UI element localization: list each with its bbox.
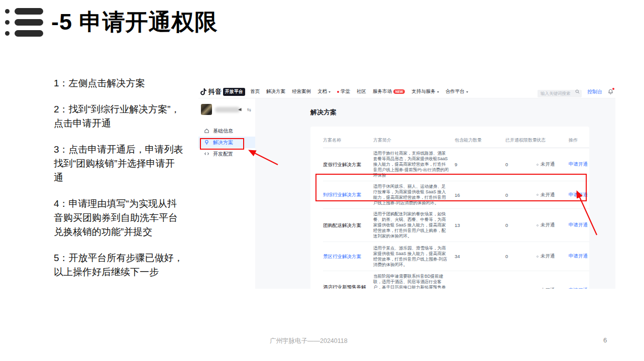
- home-icon: [204, 128, 209, 134]
- opened-count: 0: [505, 192, 536, 198]
- sidebar-menu: 基础信息 解决方案 开发配置: [198, 125, 255, 160]
- step-2: 2：找到“到综行业解决方案”，点击申请开通: [54, 102, 183, 131]
- status-dot-icon: [536, 256, 539, 258]
- logo-text: 抖音: [208, 87, 222, 96]
- code-icon: [204, 151, 209, 157]
- sidebar-item-solutions[interactable]: 解决方案: [198, 137, 255, 148]
- account-name-blurred: [215, 107, 240, 112]
- account-profile[interactable]: ⇆: [198, 104, 255, 115]
- nav-cases[interactable]: 经营案例: [292, 88, 311, 95]
- table-header: 方案名称 方案简介 包含能力数量 已开通权限数量 状态 操作: [323, 127, 589, 148]
- plan-name: 度假行业解决方案: [323, 162, 373, 168]
- slide-heading: -5 申请开通权限: [5, 7, 218, 37]
- list-icon: [5, 7, 43, 37]
- plan-name: 团购配送解决方案: [323, 222, 373, 228]
- nav-home[interactable]: 首页: [250, 88, 260, 95]
- nav-service-market[interactable]: 服务市场NEW: [373, 88, 405, 95]
- console-link[interactable]: 控制台: [587, 88, 602, 95]
- opened-count: 0: [505, 162, 536, 167]
- step-4: 4：申请理由填写“为实现从抖音购买团购券到自助洗车平台兑换核销的功能”并提交: [54, 197, 183, 239]
- page-number: 6: [603, 336, 607, 344]
- apply-open-link[interactable]: 申请开通: [569, 222, 589, 228]
- step-3: 3：点击申请开通后，申请列表找到“团购核销”并选择申请开通: [54, 143, 183, 185]
- status-dot-icon: [536, 224, 539, 226]
- main-content: 解决方案 方案名称 方案简介 包含能力数量 已开通权限数量 状态 操作 度假行业…: [255, 98, 615, 289]
- plan-desc: 适用于景点、游乐园、滑雪场等，为商家提供收银 SaaS 接入能力，提高商家经营效…: [373, 246, 455, 268]
- plan-name-link[interactable]: 景区行业解决方案: [323, 254, 373, 260]
- plan-desc: 适用于旅行社商家，支持线路游、酒景套餐等商品形态，为商家提供收银SaaS接入能力…: [373, 151, 455, 178]
- solutions-page-title: 解决方案: [310, 108, 589, 116]
- nav-menu: 首页 解决方案 经营案例 文档 学堂 社区 服务市场NEW 支持与服务 合作平台: [250, 88, 468, 95]
- notify-dot-icon: [337, 91, 339, 93]
- table-row: 团购配送解决方案 适用于团购配送到家的餐饮场景，如快餐、奶茶、火锅、西餐、中餐等…: [323, 209, 589, 242]
- status-badge: 未开通: [536, 222, 569, 228]
- step-1: 1：左侧点击解决方案: [54, 76, 183, 90]
- notification-dot: [612, 88, 614, 90]
- sidebar-item-basic-info[interactable]: 基础信息: [198, 125, 255, 137]
- solutions-table-card: 方案名称 方案简介 包含能力数量 已开通权限数量 状态 操作 度假行业解决方案 …: [310, 127, 589, 289]
- bulb-icon: [204, 140, 209, 145]
- page-title: -5 申请开通权限: [51, 10, 218, 35]
- instruction-steps: 1：左侧点击解决方案 2：找到“到综行业解决方案”，点击申请开通 3：点击申请开…: [54, 76, 183, 291]
- sidebar-item-dev-config[interactable]: 开发配置: [198, 148, 255, 160]
- apply-open-link[interactable]: 申请开通: [569, 253, 589, 260]
- ability-count: 14: [455, 288, 505, 289]
- tiktok-note-icon: [200, 88, 207, 96]
- table-row: 酒店行业新预售券解决方案 当前阶段申请需要联系抖音BD提前建联，适用于酒店、民宿…: [323, 271, 589, 289]
- nav-solutions[interactable]: 解决方案: [266, 88, 285, 95]
- nav-partner[interactable]: 合作平台: [446, 88, 468, 95]
- status-badge: 未开通: [536, 192, 569, 198]
- status-badge: 未开通: [536, 161, 569, 168]
- status-dot-icon: [536, 164, 539, 166]
- ability-count: 9: [455, 162, 505, 167]
- new-badge: NEW: [393, 89, 405, 94]
- douyin-open-platform-screenshot: 抖音 开放平台 首页 解决方案 经营案例 文档 学堂 社区 服务市场NEW 支持…: [198, 85, 615, 289]
- nav-right: 控制台: [538, 88, 613, 95]
- opened-count: 0: [505, 288, 536, 289]
- open-platform-badge: 开放平台: [223, 88, 245, 96]
- opened-count: 0: [505, 254, 536, 259]
- nav-community[interactable]: 社区: [357, 88, 366, 95]
- chevron-down-icon: [437, 91, 439, 93]
- apply-open-link[interactable]: 申请开通: [569, 192, 589, 198]
- avatar: [201, 104, 212, 115]
- step-5: 5：开放平台所有步骤已做好，以上操作好后继续下一步: [54, 251, 183, 279]
- ability-count: 34: [455, 254, 505, 259]
- apply-open-link[interactable]: 申请开通: [569, 287, 589, 289]
- console-body: ⇆ 基础信息 解决方案 开发配置: [198, 98, 615, 289]
- table-row: 景区行业解决方案 适用于景点、游乐园、滑雪场等，为商家提供收银 SaaS 接入能…: [323, 242, 589, 271]
- sidebar: ⇆ 基础信息 解决方案 开发配置: [198, 98, 255, 289]
- chevron-down-icon: [329, 91, 331, 93]
- status-badge: 未开通: [536, 287, 569, 289]
- slide: -5 申请开通权限 1：左侧点击解决方案 2：找到“到综行业解决方案”，点击申请…: [0, 0, 644, 361]
- ability-count: 13: [455, 222, 505, 228]
- nav-docs[interactable]: 文档: [317, 88, 331, 95]
- plan-name: 酒店行业新预售券解决方案: [323, 284, 373, 289]
- plan-desc: 适用于休闲娱乐、丽人、运动健身、足疗按摩等，为商家提供收银 SaaS 接入能力，…: [373, 184, 455, 206]
- chevron-down-icon: [466, 91, 468, 93]
- search-box: [538, 88, 582, 95]
- plan-desc: 适用于团购配送到家的餐饮场景，如快餐、奶茶、火锅、西餐、中餐等，为商家提供收银 …: [373, 211, 455, 239]
- switch-account-icon[interactable]: ⇆: [247, 107, 251, 112]
- footer-text: 广州宇脉电子——20240118: [270, 337, 348, 345]
- top-navbar: 抖音 开放平台 首页 解决方案 经营案例 文档 学堂 社区 服务市场NEW 支持…: [198, 85, 615, 98]
- plan-desc: 当前阶段申请需要联系抖音BD提前建联，适用于酒店、民宿等酒店行业客户，基于日历房…: [373, 274, 455, 289]
- apply-open-link[interactable]: 申请开通: [569, 161, 589, 168]
- table-row: 度假行业解决方案 适用于旅行社商家，支持线路游、酒景套餐等商品形态，为商家提供收…: [323, 148, 589, 181]
- ability-count: 16: [455, 192, 505, 198]
- plan-name-link[interactable]: 到综行业解决方案: [323, 192, 373, 198]
- opened-count: 0: [505, 222, 536, 228]
- bell-icon[interactable]: [608, 89, 613, 95]
- status-badge: 未开通: [536, 253, 569, 260]
- nav-academy[interactable]: 学堂: [337, 88, 350, 95]
- nav-support[interactable]: 支持与服务: [411, 88, 439, 95]
- douyin-logo[interactable]: 抖音 开放平台: [200, 87, 245, 96]
- status-dot-icon: [536, 194, 539, 196]
- search-icon: [575, 89, 580, 94]
- table-row-highlighted: 到综行业解决方案 适用于休闲娱乐、丽人、运动健身、足疗按摩等，为商家提供收银 S…: [323, 181, 589, 209]
